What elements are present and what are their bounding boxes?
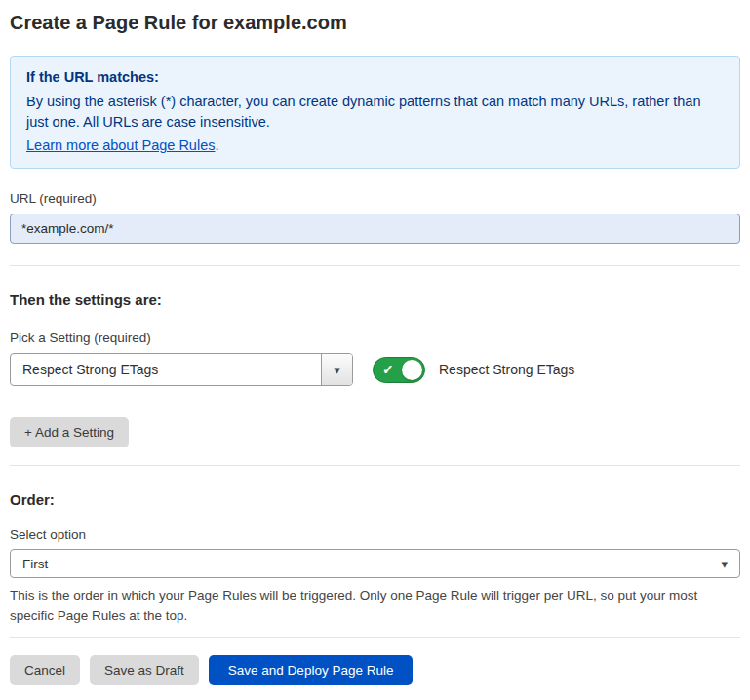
url-match-info-box: If the URL matches: By using the asteris… — [10, 56, 740, 169]
divider — [10, 637, 740, 638]
footer-actions: Cancel Save as Draft Save and Deploy Pag… — [10, 655, 740, 685]
respect-strong-etags-toggle[interactable]: ✓ — [373, 357, 425, 383]
save-deploy-button[interactable]: Save and Deploy Page Rule — [209, 655, 414, 685]
order-select[interactable]: First ▾ — [10, 549, 740, 578]
divider — [10, 465, 740, 466]
link-suffix: . — [215, 137, 218, 153]
setting-select[interactable]: Respect Strong ETags ▾ — [10, 353, 353, 386]
info-box-heading: If the URL matches: — [26, 67, 724, 88]
info-box-link-line: Learn more about Page Rules. — [26, 136, 724, 156]
save-draft-button[interactable]: Save as Draft — [90, 655, 199, 685]
url-field-label: URL (required) — [10, 191, 740, 206]
setting-row: Respect Strong ETags ▾ ✓ Respect Strong … — [10, 353, 740, 386]
page-title: Create a Page Rule for example.com — [10, 12, 740, 34]
learn-more-link[interactable]: Learn more about Page Rules — [26, 137, 215, 153]
order-section-heading: Order: — [10, 491, 740, 508]
settings-section-heading: Then the settings are: — [10, 292, 740, 308]
check-icon: ✓ — [382, 362, 394, 377]
pick-setting-label: Pick a Setting (required) — [10, 331, 740, 345]
toggle-knob — [402, 360, 422, 380]
setting-select-value: Respect Strong ETags — [11, 362, 158, 377]
order-select-value: First — [22, 557, 48, 571]
add-setting-button[interactable]: + Add a Setting — [10, 417, 129, 447]
info-box-body: By using the asterisk (*) character, you… — [26, 92, 724, 133]
chevron-down-icon: ▾ — [334, 364, 340, 376]
url-input[interactable] — [10, 214, 740, 244]
setting-select-caret-button[interactable]: ▾ — [321, 354, 352, 385]
create-page-rule-form: Create a Page Rule for example.com If th… — [0, 0, 750, 685]
divider — [10, 265, 740, 266]
cancel-button[interactable]: Cancel — [10, 655, 80, 685]
order-help-text: This is the order in which your Page Rul… — [10, 585, 736, 626]
order-select-label: Select option — [10, 527, 740, 542]
toggle-label: Respect Strong ETags — [439, 362, 574, 377]
chevron-down-icon: ▾ — [721, 558, 728, 570]
